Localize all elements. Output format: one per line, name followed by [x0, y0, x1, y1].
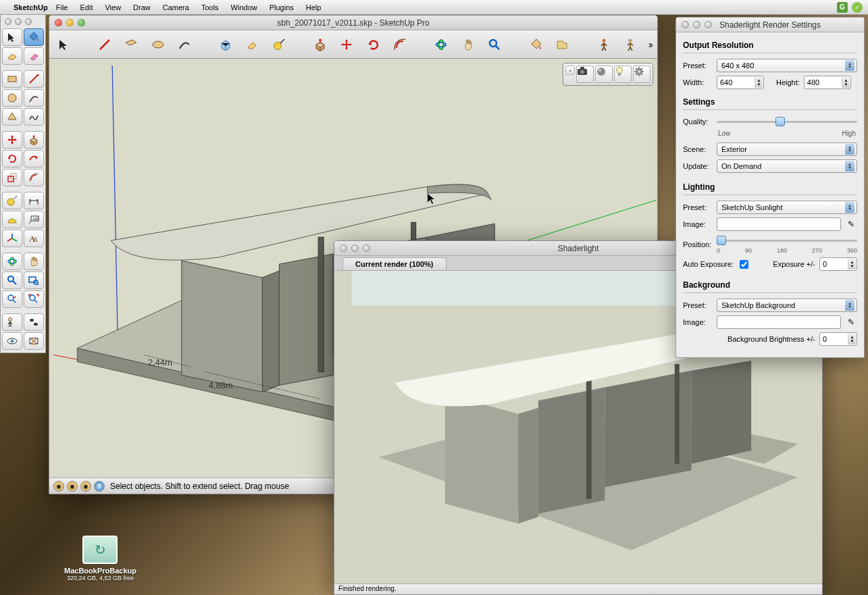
zoom-extents-tool[interactable]: [24, 290, 44, 308]
text-tool[interactable]: ABC: [24, 211, 44, 228]
select-tool[interactable]: [2, 28, 22, 46]
height-input[interactable]: 480▲▼: [804, 76, 851, 89]
desktop-drive-icon[interactable]: ↻ MacBookProBackup 320,24 GB, 4,53 GB fr…: [64, 536, 136, 581]
menu-help[interactable]: Help: [306, 3, 322, 11]
bg-image-input[interactable]: [717, 315, 841, 329]
freehand-tool[interactable]: [24, 108, 44, 126]
scale-tool[interactable]: [2, 169, 22, 186]
settings-titlebar[interactable]: Shaderlight Render Settings: [676, 18, 864, 32]
zoom-icon[interactable]: [363, 244, 370, 252]
toolbar-eraser-icon[interactable]: [244, 36, 261, 53]
menu-camera[interactable]: Camera: [163, 3, 189, 11]
menubar-extra-shield-icon[interactable]: ✓: [852, 2, 863, 13]
update-select[interactable]: On Demand▲▼: [717, 159, 857, 173]
zoom-previous-tool[interactable]: [2, 290, 22, 308]
output-preset-select[interactable]: 640 x 480▲▼: [717, 59, 857, 72]
pan-tool[interactable]: [24, 253, 44, 270]
menu-window[interactable]: Window: [231, 3, 257, 11]
menu-file[interactable]: File: [56, 3, 68, 11]
lighting-preset-select[interactable]: SketchUp Sunlight▲▼: [717, 201, 857, 214]
toolbar-pan-icon[interactable]: [459, 36, 476, 53]
toolbar-rotate-icon[interactable]: [365, 36, 382, 53]
toolbar-overflow-icon[interactable]: ››: [648, 39, 652, 50]
bg-preset-select[interactable]: SketchUp Background▲▼: [717, 299, 857, 312]
3d-text-tool[interactable]: AA: [24, 230, 44, 247]
toolbar-move-icon[interactable]: [338, 36, 355, 53]
document-titlebar[interactable]: sbh_20071017_v2011.skp - SketchUp Pro: [49, 16, 657, 30]
toolbar-push-pull-icon[interactable]: [311, 36, 328, 53]
offset-tool[interactable]: [24, 169, 44, 186]
status-icon-3[interactable]: ◉: [80, 481, 91, 492]
protractor-tool[interactable]: [2, 211, 22, 228]
eraser-tool[interactable]: [2, 47, 22, 65]
line-tool[interactable]: [24, 70, 44, 88]
minimize-icon[interactable]: [15, 18, 22, 25]
menu-edit[interactable]: Edit: [80, 3, 93, 11]
polygon-tool[interactable]: [2, 108, 22, 126]
close-icon[interactable]: [5, 18, 11, 25]
status-icon-2[interactable]: ◉: [67, 481, 78, 492]
toolbar-zoom-icon[interactable]: [486, 36, 503, 53]
toolbar-get-models-icon[interactable]: [554, 36, 571, 53]
toolbar-circle-icon[interactable]: [149, 36, 166, 53]
zoom-icon[interactable]: [705, 21, 712, 28]
close-icon[interactable]: [682, 21, 689, 28]
minimize-icon[interactable]: [693, 21, 700, 28]
push-pull-tool[interactable]: [24, 131, 44, 149]
status-icon-1[interactable]: ◉: [53, 481, 64, 492]
zoom-icon[interactable]: [25, 18, 32, 25]
toolbar-make-component-icon[interactable]: [217, 36, 234, 53]
toolbar-figure2-icon[interactable]: [621, 36, 638, 53]
menubar-app-name[interactable]: SketchUp: [14, 3, 48, 11]
menu-draw[interactable]: Draw: [133, 3, 151, 11]
dimension-tool[interactable]: [24, 192, 44, 209]
scene-select[interactable]: Exterior▲▼: [717, 143, 857, 156]
menu-view[interactable]: View: [105, 3, 121, 11]
rotate-tool[interactable]: [2, 150, 22, 167]
position-camera-tool[interactable]: [2, 313, 22, 331]
width-input[interactable]: 640▲▼: [717, 76, 764, 89]
eyedropper-icon[interactable]: ✎: [845, 218, 857, 230]
panel-sphere-icon[interactable]: [595, 66, 613, 83]
status-help-icon[interactable]: ?: [94, 481, 105, 492]
walk-tool[interactable]: [24, 313, 44, 331]
move-tool[interactable]: [2, 131, 22, 149]
panel-camera-icon[interactable]: [576, 66, 594, 83]
toolbar-select-icon[interactable]: [55, 36, 72, 53]
menubar-extra-g-icon[interactable]: G: [837, 2, 848, 13]
close-icon[interactable]: [340, 244, 347, 252]
toolbar-line-icon[interactable]: [96, 36, 113, 53]
toolbar-arc-icon[interactable]: [176, 36, 193, 53]
panel-drag-icon[interactable]: ◦: [565, 66, 575, 75]
circle-tool[interactable]: [2, 89, 22, 107]
follow-me-tool[interactable]: [24, 150, 44, 167]
toolbar-rectangle-icon[interactable]: [123, 36, 140, 53]
toolbar-paint-bucket-icon[interactable]: [527, 36, 544, 53]
menu-plugins[interactable]: Plugins: [270, 3, 294, 11]
section-plane-tool[interactable]: [24, 332, 44, 350]
eraser-pink-tool[interactable]: [24, 47, 44, 65]
exposure-input[interactable]: 0▲▼: [819, 257, 857, 271]
close-icon[interactable]: [55, 19, 62, 26]
zoom-icon[interactable]: [78, 19, 85, 26]
render-tab-current[interactable]: Current render (100%): [342, 257, 446, 270]
rectangle-tool[interactable]: [2, 70, 22, 88]
toolbar-offset-icon[interactable]: [391, 36, 408, 53]
position-slider[interactable]: [717, 234, 857, 247]
axes-tool[interactable]: [2, 230, 22, 247]
paint-bucket-tool[interactable]: [24, 28, 44, 46]
toolbar-figure-icon[interactable]: [595, 36, 612, 53]
zoom-tool[interactable]: [2, 271, 22, 289]
look-around-tool[interactable]: [2, 332, 22, 350]
toolbar-orbit-icon[interactable]: [433, 36, 450, 53]
autoexp-checkbox[interactable]: [740, 260, 748, 269]
arc-tool[interactable]: [24, 89, 44, 107]
tape-measure-tool[interactable]: [2, 192, 22, 209]
orbit-tool[interactable]: [2, 253, 22, 270]
minimize-icon[interactable]: [66, 19, 74, 26]
lighting-image-input[interactable]: [717, 217, 841, 231]
panel-gear-icon[interactable]: [633, 66, 650, 83]
eyedropper-icon[interactable]: ✎: [845, 316, 857, 328]
minimize-icon[interactable]: [351, 244, 359, 252]
toolbar-tape-measure-icon[interactable]: [270, 36, 287, 53]
